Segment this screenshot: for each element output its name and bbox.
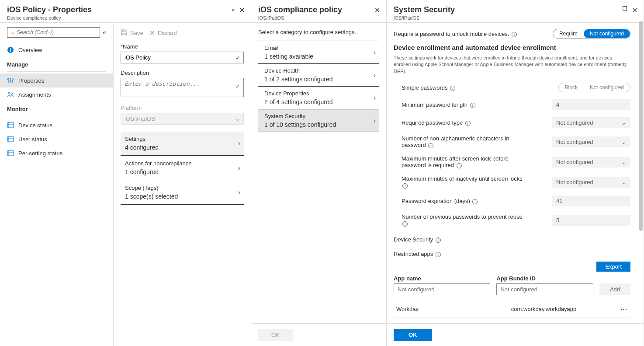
expire-field: 41 — [552, 196, 630, 206]
category-device-properties[interactable]: Device Properties 2 of 4 settings config… — [258, 86, 379, 109]
more-icon[interactable]: ··· — [620, 306, 628, 312]
cat-status: 1 of 2 settings configured — [264, 76, 373, 83]
nav-user-status[interactable]: User status — [0, 132, 113, 146]
list-icon — [7, 136, 14, 143]
actions-value: 1 configured — [125, 168, 239, 175]
nav-device-status[interactable]: Device status — [0, 118, 113, 132]
close-icon[interactable]: ✕ — [239, 6, 245, 14]
chevron-right-icon: › — [374, 49, 376, 56]
min-len-label: Minimum password length i — [394, 101, 475, 108]
min-len-field: 4 — [552, 99, 630, 110]
info-icon[interactable]: i — [436, 238, 441, 243]
save-button[interactable]: Save — [121, 29, 143, 37]
save-icon — [121, 29, 128, 37]
simple-pw-toggle: Block Not configured — [558, 83, 630, 92]
discard-button[interactable]: ✕ Discard — [149, 29, 177, 37]
cat-label: Email — [264, 45, 373, 51]
blade2-subtitle: iOS/iPadOS — [258, 15, 379, 21]
collapse-icon[interactable]: « — [232, 6, 235, 13]
discard-icon: ✕ — [149, 29, 155, 37]
category-email[interactable]: Email 1 setting available › — [258, 41, 379, 63]
simple-pw-label: Simple passwords i — [394, 84, 455, 91]
actions-row[interactable]: Actions for noncompliance 1 configured › — [121, 155, 244, 180]
settings-row[interactable]: Settings 4 configured › — [121, 131, 244, 155]
enroll-section-desc: These settings work for devices that wer… — [394, 55, 630, 75]
scrollbar[interactable] — [638, 21, 644, 346]
req-type-select: Not configured⌄ — [552, 117, 630, 128]
cat-label: Device Properties — [264, 90, 373, 97]
blade1-subtitle: Device compliance policy — [7, 15, 244, 21]
svg-rect-16 — [7, 150, 14, 156]
prevpw-field: 5 — [552, 215, 630, 226]
export-button[interactable]: Export — [596, 262, 630, 272]
scope-value: 1 scope(s) selected — [125, 193, 239, 200]
info-icon[interactable]: i — [402, 221, 408, 227]
nav-assignments-label: Assignments — [18, 91, 51, 98]
expire-label: Password expiration (days) i — [394, 198, 478, 204]
info-icon[interactable]: i — [470, 103, 475, 108]
chevron-down-icon: ⌄ — [621, 159, 626, 165]
svg-point-5 — [8, 79, 9, 80]
actions-label: Actions for noncompliance — [125, 160, 239, 167]
cat-status: 2 of 4 settings configured — [264, 98, 373, 105]
ok-button[interactable]: OK — [394, 329, 432, 341]
svg-text:i: i — [10, 47, 11, 52]
nav-overview[interactable]: i Overview — [0, 43, 113, 57]
save-label: Save — [130, 30, 143, 36]
app-row-name: Workday — [396, 306, 511, 312]
close-icon[interactable]: ✕ — [632, 6, 637, 14]
description-field[interactable] — [121, 78, 244, 97]
check-icon: ✓ — [235, 83, 240, 90]
search-input[interactable]: ⌕ — [7, 27, 100, 38]
maxafter-label: Maximum minutes after screen lock before… — [394, 155, 529, 168]
info-icon[interactable]: i — [402, 183, 408, 189]
maximize-icon[interactable] — [623, 6, 627, 10]
chevron-down-icon: ⌄ — [235, 115, 240, 122]
platform-label: Platform — [121, 105, 244, 111]
device-security-heading: Device Security i — [394, 236, 630, 243]
close-icon[interactable]: ✕ — [374, 6, 380, 14]
maxinact-select: Not configured⌄ — [552, 177, 630, 188]
nav-per-setting-status[interactable]: Per-setting status — [0, 146, 113, 160]
app-bundle-header: App Bundle ID — [496, 275, 593, 282]
info-icon[interactable]: i — [457, 163, 462, 168]
blade2-title: iOS compliance policy — [258, 5, 379, 14]
add-button[interactable]: Add — [599, 283, 630, 295]
search-icon: ⌕ — [11, 29, 14, 35]
sliders-icon — [7, 77, 14, 84]
category-system-security[interactable]: System Security 1 of 10 settings configu… — [258, 109, 379, 132]
collapse-nav-icon[interactable]: « — [103, 29, 106, 36]
req-type-label: Required password type i — [394, 119, 471, 126]
info-icon[interactable]: i — [450, 86, 455, 91]
name-field[interactable] — [121, 52, 244, 63]
ok-button[interactable]: OK — [258, 329, 293, 341]
maxafter-select: Not configured⌄ — [552, 157, 630, 168]
toggle-not-configured[interactable]: Not configured — [584, 29, 630, 38]
app-bundle-field[interactable] — [496, 283, 593, 295]
chevron-down-icon: ⌄ — [621, 119, 626, 126]
info-icon[interactable]: i — [436, 252, 441, 257]
info-icon[interactable]: i — [428, 143, 433, 148]
nav-device-status-label: Device status — [18, 122, 52, 129]
scroll-thumb[interactable] — [639, 21, 643, 231]
toggle-require[interactable]: Require — [553, 29, 584, 38]
chevron-down-icon: ⌄ — [621, 139, 626, 145]
info-icon[interactable]: i — [465, 121, 471, 126]
require-password-toggle[interactable]: Require Not configured — [553, 29, 630, 38]
nonalpha-select: Not configured⌄ — [552, 136, 630, 147]
info-icon[interactable]: i — [472, 199, 478, 204]
category-device-health[interactable]: Device Health 1 of 2 settings configured… — [258, 63, 379, 86]
blade3-title: System Security — [394, 5, 637, 14]
info-icon[interactable]: i — [512, 32, 517, 37]
discard-label: Discard — [158, 30, 177, 36]
chevron-right-icon: › — [238, 189, 240, 196]
svg-rect-13 — [7, 136, 14, 142]
nonalpha-label: Number of non-alphanumeric characters in… — [394, 135, 529, 148]
restricted-apps-heading: Restricted apps i — [394, 251, 630, 257]
app-name-field[interactable] — [394, 283, 490, 295]
svg-point-7 — [12, 79, 14, 80]
nav-assignments[interactable]: Assignments — [0, 87, 113, 101]
scope-row[interactable]: Scope (Tags) 1 scope(s) selected › — [121, 180, 244, 205]
chevron-right-icon: › — [238, 140, 240, 147]
nav-properties[interactable]: Properties — [0, 73, 113, 87]
